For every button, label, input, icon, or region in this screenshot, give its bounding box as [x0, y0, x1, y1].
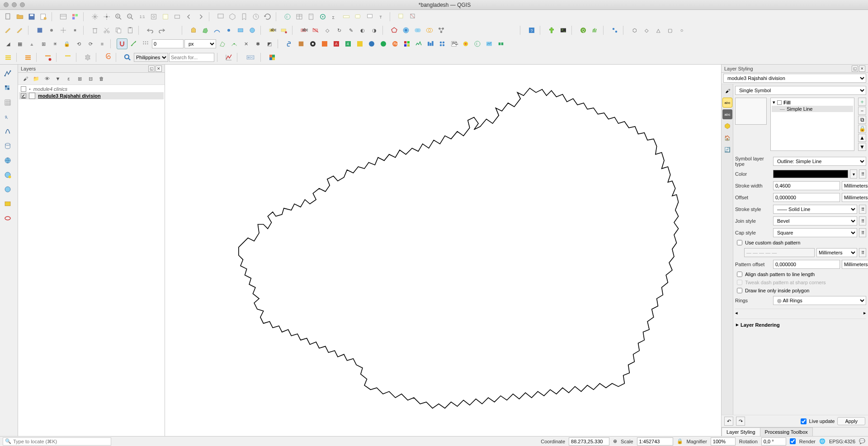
diagrams-tab-icon[interactable]: 🏠 — [722, 133, 732, 143]
layer-type-select[interactable]: Outline: Simple Line — [773, 157, 866, 166]
zoom-layer-icon[interactable] — [172, 11, 183, 22]
snap-advanced-icon[interactable]: ◩ — [264, 38, 275, 49]
plugin-1-icon[interactable] — [296, 38, 307, 49]
zoom-native-icon[interactable]: 1:1 — [137, 11, 147, 22]
new-map-view-icon[interactable] — [215, 11, 226, 22]
country-select[interactable]: Philippines — [134, 53, 168, 62]
python-console-icon[interactable]: >_ — [558, 25, 569, 36]
plugin-8-icon[interactable] — [378, 38, 389, 49]
symbol-type-select[interactable]: Single Symbol — [735, 86, 866, 95]
rotation-input[interactable] — [761, 437, 786, 446]
add-line-icon[interactable] — [212, 25, 222, 36]
add-postgis-icon[interactable] — [1, 140, 14, 152]
undock-icon[interactable]: ◱ — [148, 66, 155, 72]
plugin-6-icon[interactable] — [354, 38, 365, 49]
window-minimize-button[interactable] — [12, 2, 17, 7]
plugin-17-icon[interactable] — [484, 38, 495, 49]
add-raster-icon[interactable] — [1, 82, 14, 94]
plugin-11-icon[interactable] — [413, 38, 424, 49]
remove-symbol-layer-button[interactable]: － — [858, 107, 866, 115]
snap-intersection-icon[interactable] — [229, 38, 240, 49]
visibility-checkbox[interactable] — [21, 86, 26, 92]
undo-style-button[interactable]: ↶ — [724, 417, 733, 426]
zoom-next-icon[interactable] — [195, 11, 206, 22]
node-tool-icon[interactable] — [70, 25, 80, 36]
intersect-icon[interactable] — [424, 25, 435, 36]
field-calculator-icon[interactable] — [306, 11, 316, 22]
symbology-tab-icon[interactable]: 🖌 — [722, 86, 732, 96]
locator[interactable]: 🔍 — [3, 437, 111, 446]
shape-digitize-4-icon[interactable]: ▢ — [665, 25, 675, 36]
new-project-icon[interactable] — [3, 11, 14, 22]
toggle-editing-icon[interactable] — [14, 25, 25, 36]
zoom-full-icon[interactable] — [148, 11, 159, 22]
symbol-tree[interactable]: ▾Fill —Simple Line — [770, 98, 854, 151]
help-icon[interactable]: ? — [526, 25, 537, 36]
mesh-7-icon[interactable]: ⟲ — [73, 38, 84, 49]
snap-self-icon[interactable]: ✕ — [241, 38, 251, 49]
layer-rendering-header[interactable]: ▸ Layer Rendering — [735, 319, 866, 330]
diagram-show-icon[interactable]: ◑ — [369, 25, 380, 36]
tab-layer-styling[interactable]: Layer Styling — [722, 427, 760, 436]
layers-tree[interactable]: • module4 clinics ✓ module3 Rajshahi div… — [18, 85, 165, 436]
cap-style-select[interactable]: Square — [773, 228, 857, 237]
shape-digitize-2-icon[interactable]: ◇ — [641, 25, 652, 36]
add-virtual-icon[interactable] — [1, 197, 14, 210]
scroll-right-icon[interactable]: ▸ — [863, 310, 866, 316]
add-circle-icon[interactable] — [247, 25, 258, 36]
plugin-10-icon[interactable] — [401, 38, 412, 49]
toggle-extents-icon[interactable]: ⊕ — [613, 438, 617, 444]
offset-input[interactable] — [773, 193, 840, 202]
plugin-15-icon[interactable] — [460, 38, 471, 49]
cut-features-icon[interactable] — [101, 25, 112, 36]
zoom-in-icon[interactable] — [113, 11, 124, 22]
rings-select[interactable]: ◎ All Rings — [773, 296, 866, 305]
mesh-4-icon[interactable]: ⊞ — [38, 38, 49, 49]
add-rect-icon[interactable] — [235, 25, 246, 36]
layer-style-icon[interactable]: 🖌 — [21, 74, 30, 83]
snapping-options-icon[interactable] — [128, 38, 139, 49]
layer-expression-icon[interactable]: ε — [64, 74, 73, 83]
close-panel-icon[interactable]: ✕ — [156, 66, 162, 72]
new-bookmark-icon[interactable] — [239, 11, 250, 22]
mesh-6-icon[interactable]: 🔒 — [61, 38, 72, 49]
stroke-width-input[interactable] — [773, 181, 840, 190]
snap-unit-select[interactable]: px — [184, 39, 216, 48]
plugin-18-icon[interactable] — [495, 38, 506, 49]
add-vector-icon[interactable] — [1, 67, 14, 80]
edc-icon[interactable]: EDC — [243, 52, 258, 63]
temporal-icon[interactable] — [250, 11, 261, 22]
plugin-16-icon[interactable]: i — [472, 38, 483, 49]
layer-filter-3-icon[interactable] — [42, 52, 53, 63]
select-features-icon[interactable] — [396, 11, 407, 22]
plugin-2-icon[interactable] — [307, 38, 318, 49]
dash-unit-select[interactable]: Millimeters — [816, 248, 857, 257]
label-move-icon[interactable]: ◇ — [322, 25, 333, 36]
data-defined-button[interactable]: ⠿ — [859, 169, 866, 178]
stroke-width-unit-select[interactable]: Millimeters — [842, 181, 868, 190]
style-manager-icon[interactable] — [70, 11, 80, 22]
layer-filter-icon[interactable]: ▼ — [53, 74, 62, 83]
color-tool-icon[interactable] — [267, 52, 278, 63]
label-pin-icon[interactable] — [278, 25, 289, 36]
layer-filter-1-icon[interactable] — [3, 52, 14, 63]
mesh-2-icon[interactable]: ▦ — [14, 38, 25, 49]
data-defined-button[interactable]: ⠿ — [859, 228, 866, 237]
chart-icon[interactable] — [223, 52, 234, 63]
undo-icon[interactable] — [145, 25, 156, 36]
mesh-5-icon[interactable]: ☀ — [50, 38, 61, 49]
crs-icon[interactable]: 🌐 — [819, 438, 826, 444]
close-panel-icon[interactable]: ✕ — [859, 66, 865, 72]
add-feature-icon[interactable] — [46, 25, 57, 36]
shape-polygon-icon[interactable] — [389, 25, 400, 36]
delete-selected-icon[interactable] — [90, 25, 100, 36]
history-tab-icon[interactable]: 🔄 — [722, 145, 732, 155]
plugin-manager-icon[interactable] — [546, 25, 557, 36]
shape-digitize-5-icon[interactable]: ○ — [676, 25, 687, 36]
visibility-checkbox[interactable]: ✓ — [21, 93, 26, 99]
identify-icon[interactable]: i — [282, 11, 293, 22]
expand-icon[interactable]: ▾ — [773, 99, 775, 105]
diagram-icon[interactable]: ◐ — [357, 25, 368, 36]
zoom-last-icon[interactable] — [184, 11, 194, 22]
label-hide-icon[interactable] — [310, 25, 321, 36]
